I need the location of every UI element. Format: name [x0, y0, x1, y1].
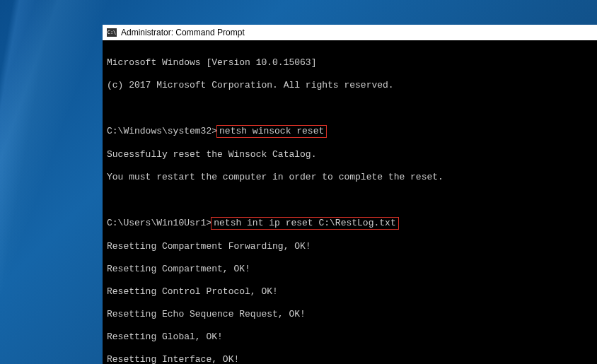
terminal-line: Sucessfully reset the Winsock Catalog.	[107, 149, 593, 160]
titlebar[interactable]: C:\ Administrator: Command Prompt	[103, 25, 597, 40]
command-prompt-window: C:\ Administrator: Command Prompt Micros…	[103, 25, 597, 364]
terminal-line: (c) 2017 Microsoft Corporation. All righ…	[107, 80, 593, 91]
terminal-line: Resetting Compartment Forwarding, OK!	[107, 241, 593, 252]
prompt-path: C:\Windows\system32>	[107, 126, 217, 136]
terminal-line: You must restart the computer in order t…	[107, 172, 593, 183]
terminal-line: Resetting Compartment, OK!	[107, 264, 593, 275]
terminal-line: Resetting Interface, OK!	[107, 354, 593, 364]
highlighted-command: netsh int ip reset C:\RestLog.txt	[211, 217, 398, 230]
highlighted-command: netsh winsock reset	[216, 125, 327, 138]
terminal-line: Resetting Global, OK!	[107, 331, 593, 343]
terminal-line: C:\Windows\system32>netsh winsock reset	[107, 125, 593, 138]
terminal-line: Microsoft Windows [Version 10.0.15063]	[107, 57, 593, 69]
terminal-line: Resetting Echo Sequence Request, OK!	[107, 309, 593, 320]
terminal-line: C:\Users\Win10Usr1>netsh int ip reset C:…	[107, 217, 593, 230]
terminal-line	[107, 102, 593, 114]
terminal-line	[107, 194, 593, 206]
cmd-icon: C:\	[107, 28, 117, 37]
terminal-output[interactable]: Microsoft Windows [Version 10.0.15063] (…	[103, 40, 597, 364]
prompt-path: C:\Users\Win10Usr1>	[107, 218, 211, 228]
terminal-line: Resetting Control Protocol, OK!	[107, 286, 593, 298]
window-title: Administrator: Command Prompt	[121, 28, 245, 37]
